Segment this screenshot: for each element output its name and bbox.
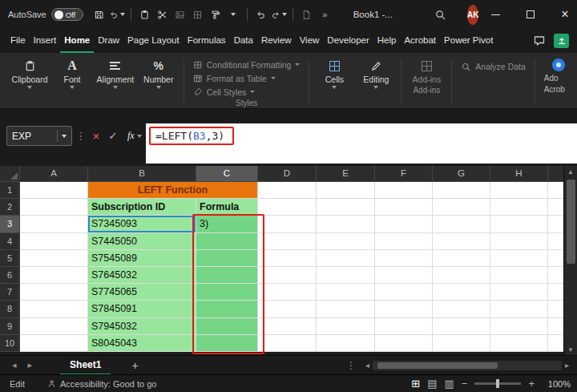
cell-b4[interactable]: S7445050 <box>88 233 196 250</box>
adobe-acrobat-group[interactable]: Ado Acrob <box>539 57 574 107</box>
column-header-h[interactable]: H <box>490 166 548 182</box>
cell-mode-indicator[interactable]: Edit <box>10 379 25 389</box>
zoom-level[interactable]: 100% <box>542 379 571 389</box>
row-header-10[interactable]: 10 <box>0 335 20 352</box>
cell[interactable] <box>20 284 88 301</box>
cut-icon[interactable] <box>155 5 171 24</box>
column-header-b[interactable]: B <box>88 166 196 182</box>
vertical-scrollbar-thumb[interactable] <box>567 180 575 264</box>
tab-data[interactable]: Data <box>230 29 257 53</box>
undo-dropdown-icon[interactable] <box>120 13 125 16</box>
tab-draw[interactable]: Draw <box>94 29 123 53</box>
cell-c5[interactable] <box>196 250 258 267</box>
horizontal-scrollbar-track[interactable] <box>373 361 562 370</box>
horizontal-scrollbar-thumb[interactable] <box>377 362 498 369</box>
cell[interactable] <box>317 284 375 301</box>
row-header-6[interactable]: 6 <box>0 267 20 284</box>
column-header-c[interactable]: C <box>196 166 258 182</box>
cell[interactable] <box>258 216 317 232</box>
cell[interactable] <box>258 284 317 301</box>
sheet-options-dots-icon[interactable]: ⋮ <box>346 360 356 371</box>
scroll-up-icon[interactable]: ▲ <box>564 166 577 177</box>
cell[interactable] <box>433 182 490 199</box>
cell-c4[interactable] <box>196 233 258 250</box>
picture-icon[interactable] <box>172 5 188 24</box>
vertical-scrollbar[interactable]: ▲ ▼ <box>563 166 577 355</box>
cell[interactable] <box>20 267 88 284</box>
ribbon-group-editing[interactable]: Editing <box>355 57 397 107</box>
ribbon-group-clipboard[interactable]: Clipboard <box>8 57 51 107</box>
cell[interactable] <box>433 267 490 284</box>
close-button[interactable]: × <box>547 0 577 29</box>
column-header-d[interactable]: D <box>258 166 317 182</box>
cell[interactable] <box>433 335 490 352</box>
tab-file[interactable]: File <box>6 29 30 53</box>
scroll-right-icon[interactable]: ▸ <box>562 361 572 370</box>
ribbon-group-alignment[interactable]: Alignment <box>93 57 138 107</box>
cell[interactable] <box>317 182 375 199</box>
zoom-in-button[interactable]: + <box>528 378 535 390</box>
cell[interactable] <box>20 250 88 267</box>
cell[interactable] <box>490 335 548 352</box>
search-icon[interactable] <box>434 9 446 21</box>
tab-review[interactable]: Review <box>257 29 296 53</box>
cell[interactable] <box>433 318 490 335</box>
row-header-9[interactable]: 9 <box>0 318 20 335</box>
cell[interactable] <box>433 216 490 232</box>
cell-styles-button[interactable]: Cell Styles <box>193 85 301 99</box>
tab-insert[interactable]: Insert <box>30 29 61 53</box>
cell[interactable] <box>490 233 548 250</box>
redo-dropdown-icon[interactable] <box>282 13 287 16</box>
conditional-formatting-button[interactable]: Conditional Formatting <box>193 58 301 71</box>
cell[interactable] <box>317 318 375 335</box>
name-box[interactable]: EXP <box>6 126 72 146</box>
cell-c6[interactable] <box>196 267 258 284</box>
tab-formulas[interactable]: Formulas <box>184 29 230 53</box>
enter-check-icon[interactable]: ✓ <box>106 126 119 146</box>
autosave-switch[interactable]: Off <box>51 8 83 21</box>
zoom-slider[interactable] <box>474 382 521 385</box>
ribbon-group-number[interactable]: % Number <box>138 57 180 107</box>
sheet-tab-sheet1[interactable]: Sheet1 <box>60 356 111 375</box>
cell-b2[interactable]: Subscription ID <box>88 199 196 216</box>
cell[interactable] <box>490 182 548 199</box>
cell[interactable] <box>375 318 433 335</box>
cell[interactable] <box>375 199 433 216</box>
cell[interactable] <box>317 267 375 284</box>
cell[interactable] <box>20 301 88 317</box>
cell[interactable] <box>20 216 88 232</box>
cell[interactable] <box>490 199 548 216</box>
zoom-out-button[interactable]: − <box>462 378 468 390</box>
zoom-slider-thumb[interactable] <box>496 379 499 388</box>
cancel-icon[interactable]: × <box>89 126 103 146</box>
merged-title-cell[interactable]: LEFT Function <box>88 182 258 199</box>
cell[interactable] <box>433 250 490 267</box>
sheet-nav-left-icon[interactable]: ◂ <box>6 360 22 370</box>
cell[interactable] <box>258 250 317 267</box>
cell-b3[interactable]: S7345093 <box>88 216 196 232</box>
cell[interactable] <box>375 182 433 199</box>
cell-b10[interactable]: S8045043 <box>88 335 196 352</box>
cell[interactable] <box>317 335 375 352</box>
page-layout-view-icon[interactable]: ▤ <box>427 378 437 390</box>
tab-page-layout[interactable]: Page Layout <box>123 29 184 53</box>
cell[interactable] <box>375 284 433 301</box>
cell-c10[interactable] <box>196 335 258 352</box>
row-header-2[interactable]: 2 <box>0 199 20 216</box>
cell[interactable] <box>375 250 433 267</box>
cell-b8[interactable]: S7845091 <box>88 301 196 317</box>
cell[interactable] <box>490 250 548 267</box>
ribbon-group-addins[interactable]: Add-ins Add-ins <box>406 57 447 107</box>
document-icon[interactable] <box>299 5 315 24</box>
cell[interactable] <box>433 301 490 317</box>
formula-input[interactable]: =LEFT(B3,3) <box>146 123 577 164</box>
horizontal-scrollbar[interactable]: ◂ ▸ <box>362 361 572 370</box>
format-as-table-button[interactable]: Format as Table <box>193 71 301 85</box>
format-painter-icon[interactable] <box>208 5 224 24</box>
cell[interactable] <box>433 233 490 250</box>
undo-icon[interactable] <box>253 5 269 24</box>
cell[interactable] <box>258 318 317 335</box>
column-header-a[interactable]: A <box>20 166 88 182</box>
scroll-left-icon[interactable]: ◂ <box>362 361 373 370</box>
select-all-corner[interactable] <box>0 166 20 182</box>
